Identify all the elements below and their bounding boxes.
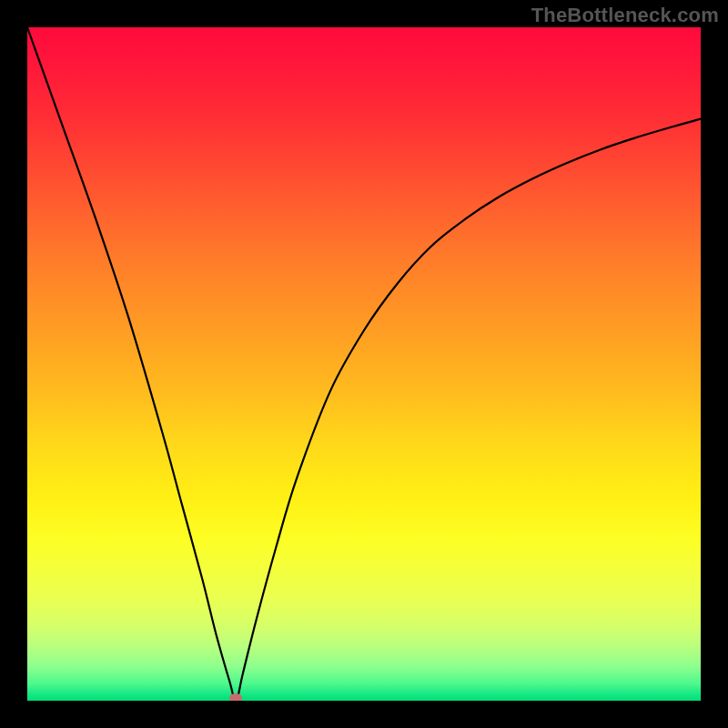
curve-svg [27,27,701,701]
chart-frame: TheBottleneck.com [0,0,728,728]
plot-area [27,27,701,701]
curve-path [27,27,701,701]
minimum-marker [229,693,242,701]
watermark-text: TheBottleneck.com [531,4,719,27]
